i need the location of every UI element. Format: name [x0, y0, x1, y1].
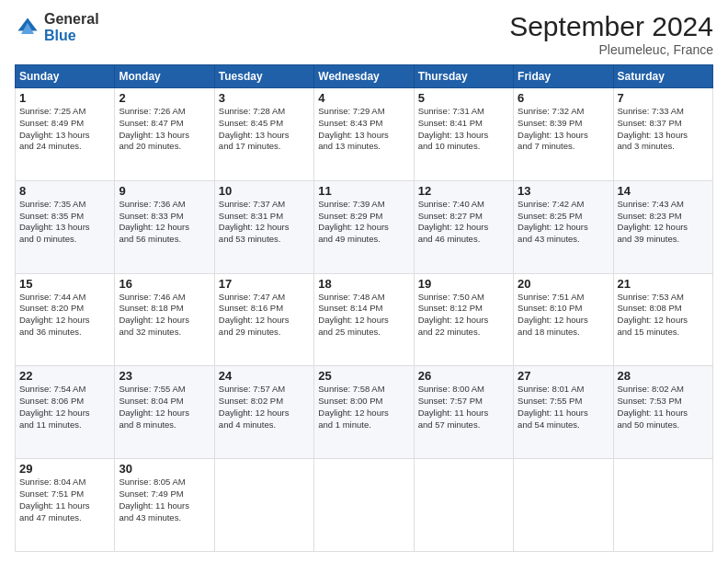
day-number: 1 — [19, 91, 110, 105]
day-number: 24 — [219, 369, 310, 383]
day-info: Sunrise: 7:29 AMSunset: 8:43 PMDaylight:… — [318, 106, 409, 153]
calendar-day-header: Friday — [514, 65, 613, 88]
calendar-cell: 12Sunrise: 7:40 AMSunset: 8:27 PMDayligh… — [414, 180, 513, 273]
day-number: 9 — [119, 184, 210, 198]
calendar-cell: 15Sunrise: 7:44 AMSunset: 8:20 PMDayligh… — [16, 273, 115, 366]
location-subtitle: Pleumeleuc, France — [509, 42, 713, 57]
day-number: 16 — [119, 277, 210, 291]
day-number: 11 — [318, 184, 409, 198]
day-info: Sunrise: 7:44 AMSunset: 8:20 PMDaylight:… — [19, 292, 110, 339]
day-info: Sunrise: 7:48 AMSunset: 8:14 PMDaylight:… — [318, 292, 409, 339]
day-info: Sunrise: 7:51 AMSunset: 8:10 PMDaylight:… — [518, 292, 609, 339]
calendar-cell: 3Sunrise: 7:28 AMSunset: 8:45 PMDaylight… — [214, 88, 313, 181]
calendar-cell: 20Sunrise: 7:51 AMSunset: 8:10 PMDayligh… — [514, 273, 613, 366]
calendar-cell — [613, 459, 712, 552]
calendar-cell: 1Sunrise: 7:25 AMSunset: 8:49 PMDaylight… — [16, 88, 115, 181]
day-info: Sunrise: 7:57 AMSunset: 8:02 PMDaylight:… — [219, 384, 310, 431]
day-number: 29 — [19, 462, 110, 476]
day-number: 28 — [618, 369, 709, 383]
month-title: September 2024 — [509, 11, 713, 42]
calendar-cell: 18Sunrise: 7:48 AMSunset: 8:14 PMDayligh… — [314, 273, 414, 366]
calendar-cell — [314, 459, 414, 552]
day-number: 10 — [219, 184, 310, 198]
day-number: 8 — [19, 184, 110, 198]
logo-icon — [15, 15, 40, 40]
day-number: 30 — [119, 462, 210, 476]
day-info: Sunrise: 7:25 AMSunset: 8:49 PMDaylight:… — [19, 106, 110, 153]
calendar-cell: 11Sunrise: 7:39 AMSunset: 8:29 PMDayligh… — [314, 180, 414, 273]
day-info: Sunrise: 7:26 AMSunset: 8:47 PMDaylight:… — [119, 106, 210, 153]
day-info: Sunrise: 7:58 AMSunset: 8:00 PMDaylight:… — [318, 384, 409, 431]
day-info: Sunrise: 8:04 AMSunset: 7:51 PMDaylight:… — [19, 477, 110, 523]
calendar-cell — [514, 459, 613, 552]
calendar-cell: 2Sunrise: 7:26 AMSunset: 8:47 PMDaylight… — [115, 88, 214, 181]
day-number: 15 — [19, 277, 110, 291]
calendar-cell: 14Sunrise: 7:43 AMSunset: 8:23 PMDayligh… — [613, 180, 712, 273]
calendar-cell: 21Sunrise: 7:53 AMSunset: 8:08 PMDayligh… — [613, 273, 712, 366]
calendar-cell: 5Sunrise: 7:31 AMSunset: 8:41 PMDaylight… — [414, 88, 513, 181]
logo: General Blue — [15, 11, 99, 43]
calendar-day-header: Wednesday — [314, 65, 414, 88]
day-number: 26 — [418, 369, 509, 383]
day-info: Sunrise: 7:31 AMSunset: 8:41 PMDaylight:… — [418, 106, 509, 153]
calendar-cell: 26Sunrise: 8:00 AMSunset: 7:57 PMDayligh… — [414, 366, 513, 459]
day-info: Sunrise: 7:39 AMSunset: 8:29 PMDaylight:… — [318, 199, 409, 246]
day-info: Sunrise: 7:54 AMSunset: 8:06 PMDaylight:… — [19, 384, 110, 431]
calendar-day-header: Thursday — [414, 65, 513, 88]
day-number: 7 — [618, 91, 709, 105]
calendar-cell: 22Sunrise: 7:54 AMSunset: 8:06 PMDayligh… — [16, 366, 115, 459]
day-info: Sunrise: 7:37 AMSunset: 8:31 PMDaylight:… — [219, 199, 310, 246]
day-number: 21 — [618, 277, 709, 291]
day-number: 14 — [618, 184, 709, 198]
day-number: 25 — [318, 369, 409, 383]
calendar-cell: 17Sunrise: 7:47 AMSunset: 8:16 PMDayligh… — [214, 273, 313, 366]
calendar-cell — [214, 459, 313, 552]
day-number: 6 — [518, 91, 609, 105]
calendar-cell: 25Sunrise: 7:58 AMSunset: 8:00 PMDayligh… — [314, 366, 414, 459]
day-number: 3 — [219, 91, 310, 105]
calendar-cell: 7Sunrise: 7:33 AMSunset: 8:37 PMDaylight… — [613, 88, 712, 181]
day-number: 5 — [418, 91, 509, 105]
day-info: Sunrise: 8:05 AMSunset: 7:49 PMDaylight:… — [119, 477, 210, 523]
day-info: Sunrise: 7:40 AMSunset: 8:27 PMDaylight:… — [418, 199, 509, 246]
day-info: Sunrise: 8:00 AMSunset: 7:57 PMDaylight:… — [418, 384, 509, 431]
calendar-cell: 16Sunrise: 7:46 AMSunset: 8:18 PMDayligh… — [115, 273, 214, 366]
calendar-day-header: Tuesday — [214, 65, 313, 88]
calendar-cell: 23Sunrise: 7:55 AMSunset: 8:04 PMDayligh… — [115, 366, 214, 459]
day-info: Sunrise: 7:35 AMSunset: 8:35 PMDaylight:… — [19, 199, 110, 246]
day-number: 18 — [318, 277, 409, 291]
page: General Blue September 2024 Pleumeleuc, … — [0, 0, 728, 563]
calendar-cell: 9Sunrise: 7:36 AMSunset: 8:33 PMDaylight… — [115, 180, 214, 273]
day-number: 23 — [119, 369, 210, 383]
day-number: 4 — [318, 91, 409, 105]
day-info: Sunrise: 7:47 AMSunset: 8:16 PMDaylight:… — [219, 292, 310, 339]
calendar-cell: 19Sunrise: 7:50 AMSunset: 8:12 PMDayligh… — [414, 273, 513, 366]
calendar-cell: 27Sunrise: 8:01 AMSunset: 7:55 PMDayligh… — [514, 366, 613, 459]
day-info: Sunrise: 7:55 AMSunset: 8:04 PMDaylight:… — [119, 384, 210, 431]
day-info: Sunrise: 8:02 AMSunset: 7:53 PMDaylight:… — [618, 384, 709, 431]
header: General Blue September 2024 Pleumeleuc, … — [15, 11, 713, 57]
calendar-day-header: Sunday — [16, 65, 115, 88]
calendar-day-header: Monday — [115, 65, 214, 88]
calendar-cell: 28Sunrise: 8:02 AMSunset: 7:53 PMDayligh… — [613, 366, 712, 459]
day-info: Sunrise: 7:42 AMSunset: 8:25 PMDaylight:… — [518, 199, 609, 246]
logo-blue-text: Blue — [44, 28, 99, 44]
calendar-day-header: Saturday — [613, 65, 712, 88]
day-number: 12 — [418, 184, 509, 198]
calendar-cell: 13Sunrise: 7:42 AMSunset: 8:25 PMDayligh… — [514, 180, 613, 273]
day-info: Sunrise: 7:28 AMSunset: 8:45 PMDaylight:… — [219, 106, 310, 153]
logo-text: General Blue — [44, 11, 99, 43]
day-info: Sunrise: 7:32 AMSunset: 8:39 PMDaylight:… — [518, 106, 609, 153]
calendar-cell: 24Sunrise: 7:57 AMSunset: 8:02 PMDayligh… — [214, 366, 313, 459]
day-info: Sunrise: 7:50 AMSunset: 8:12 PMDaylight:… — [418, 292, 509, 339]
calendar-cell: 4Sunrise: 7:29 AMSunset: 8:43 PMDaylight… — [314, 88, 414, 181]
calendar-cell: 29Sunrise: 8:04 AMSunset: 7:51 PMDayligh… — [16, 459, 115, 552]
day-info: Sunrise: 7:36 AMSunset: 8:33 PMDaylight:… — [119, 199, 210, 246]
day-number: 2 — [119, 91, 210, 105]
day-info: Sunrise: 7:43 AMSunset: 8:23 PMDaylight:… — [618, 199, 709, 246]
logo-general-text: General — [44, 11, 99, 28]
day-number: 17 — [219, 277, 310, 291]
day-info: Sunrise: 8:01 AMSunset: 7:55 PMDaylight:… — [518, 384, 609, 431]
day-number: 22 — [19, 369, 110, 383]
calendar-table: SundayMondayTuesdayWednesdayThursdayFrid… — [15, 64, 713, 552]
